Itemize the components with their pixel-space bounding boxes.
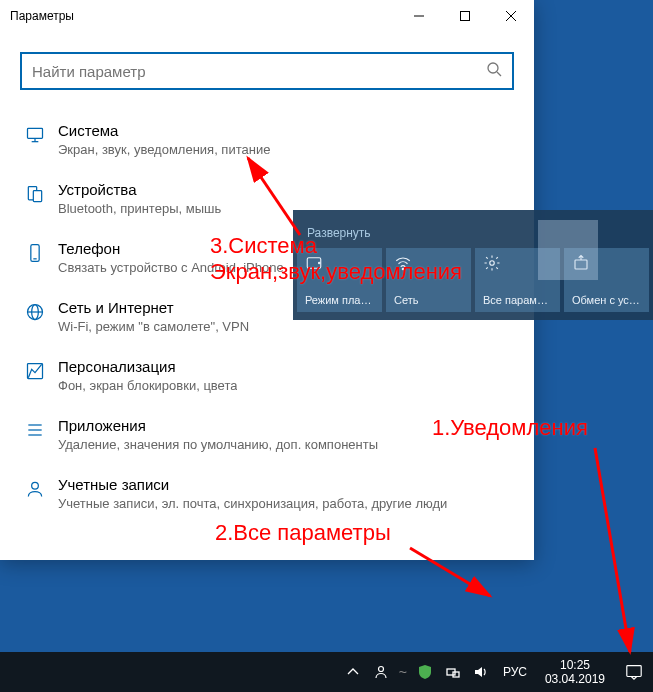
tile-nearby-share[interactable]: Обмен с устройствами bbox=[564, 248, 649, 312]
tray-time: 10:25 bbox=[545, 658, 605, 672]
tray-network-icon[interactable] bbox=[439, 652, 467, 692]
tray-notifications-icon[interactable] bbox=[615, 652, 653, 692]
titlebar: Параметры bbox=[0, 0, 534, 32]
phone-icon bbox=[20, 240, 50, 263]
tile-label: Обмен с устройствами bbox=[572, 294, 641, 306]
svg-marker-29 bbox=[475, 667, 482, 677]
settings-item-personalization[interactable]: Персонализация Фон, экран блокировки, цв… bbox=[20, 348, 514, 407]
svg-point-23 bbox=[402, 268, 404, 270]
item-desc: Bluetooth, принтеры, мышь bbox=[58, 201, 221, 216]
item-desc: Удаление, значения по умолчанию, доп. ко… bbox=[58, 437, 378, 452]
svg-point-20 bbox=[32, 482, 39, 489]
tray-shield-icon[interactable] bbox=[411, 652, 439, 692]
gear-icon bbox=[483, 254, 552, 276]
tile-label: Все параметры bbox=[483, 294, 552, 306]
tile-label: Сеть bbox=[394, 294, 463, 306]
item-desc: Wi-Fi, режим "в самолете", VPN bbox=[58, 319, 249, 334]
svg-rect-6 bbox=[28, 128, 43, 138]
tray-people-icon[interactable] bbox=[367, 652, 395, 692]
search-input[interactable] bbox=[32, 63, 486, 80]
item-title: Система bbox=[58, 122, 270, 140]
share-icon bbox=[572, 254, 641, 276]
close-button[interactable] bbox=[488, 0, 534, 32]
system-icon bbox=[20, 122, 50, 145]
item-title: Приложения bbox=[58, 417, 378, 435]
item-title: Сеть и Интернет bbox=[58, 299, 249, 317]
taskbar: ~ РУС 10:25 03.04.2019 bbox=[0, 652, 653, 692]
tile-all-settings[interactable]: Все параметры bbox=[475, 248, 560, 312]
tray-up-icon[interactable] bbox=[339, 652, 367, 692]
settings-item-system[interactable]: Система Экран, звук, уведомления, питани… bbox=[20, 112, 514, 171]
minimize-button[interactable] bbox=[396, 0, 442, 32]
personalization-icon bbox=[20, 358, 50, 381]
apps-icon bbox=[20, 417, 50, 440]
item-desc: Экран, звук, уведомления, питание bbox=[58, 142, 270, 157]
svg-rect-25 bbox=[575, 260, 587, 269]
svg-point-22 bbox=[319, 262, 321, 264]
item-desc: Фон, экран блокировки, цвета bbox=[58, 378, 237, 393]
svg-rect-30 bbox=[627, 666, 641, 677]
svg-point-24 bbox=[490, 261, 495, 266]
svg-point-26 bbox=[378, 667, 383, 672]
devices-icon bbox=[20, 181, 50, 204]
tray-separator: ~ bbox=[395, 664, 411, 680]
item-title: Телефон bbox=[58, 240, 284, 258]
tray-language[interactable]: РУС bbox=[495, 665, 535, 679]
window-title: Параметры bbox=[10, 9, 396, 23]
svg-line-33 bbox=[595, 448, 630, 652]
action-center-panel: Развернуть Режим планшета Сеть Все парам… bbox=[293, 210, 653, 320]
item-desc: Связать устройство с Android, iPhone bbox=[58, 260, 284, 275]
maximize-button[interactable] bbox=[442, 0, 488, 32]
tablet-icon bbox=[305, 254, 374, 276]
settings-item-accounts[interactable]: Учетные записи Учетные записи, эл. почта… bbox=[20, 466, 514, 525]
item-title: Персонализация bbox=[58, 358, 237, 376]
tile-label: Режим планшета bbox=[305, 294, 374, 306]
svg-point-4 bbox=[488, 63, 498, 73]
svg-rect-10 bbox=[33, 191, 41, 202]
tray-volume-icon[interactable] bbox=[467, 652, 495, 692]
search-icon bbox=[486, 61, 502, 81]
system-tray: ~ РУС 10:25 03.04.2019 bbox=[339, 652, 653, 692]
wifi-icon bbox=[394, 254, 463, 276]
accounts-icon bbox=[20, 476, 50, 499]
search-box[interactable] bbox=[20, 52, 514, 90]
item-title: Устройства bbox=[58, 181, 221, 199]
item-desc: Учетные записи, эл. почта, синхронизация… bbox=[58, 496, 447, 511]
tray-clock[interactable]: 10:25 03.04.2019 bbox=[535, 658, 615, 687]
tile-network[interactable]: Сеть bbox=[386, 248, 471, 312]
tile-tablet-mode[interactable]: Режим планшета bbox=[297, 248, 382, 312]
tray-date: 03.04.2019 bbox=[545, 672, 605, 686]
settings-item-apps[interactable]: Приложения Удаление, значения по умолчан… bbox=[20, 407, 514, 466]
svg-rect-1 bbox=[461, 12, 470, 21]
svg-line-5 bbox=[497, 72, 501, 76]
item-title: Учетные записи bbox=[58, 476, 447, 494]
action-center-expand[interactable]: Развернуть bbox=[293, 220, 653, 248]
network-icon bbox=[20, 299, 50, 322]
